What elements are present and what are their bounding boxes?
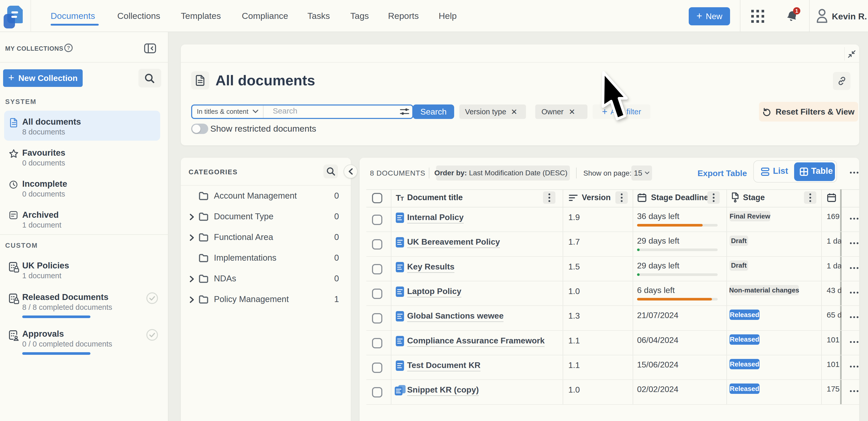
svg-text:?: ? bbox=[67, 45, 70, 51]
svg-text:T: T bbox=[396, 194, 401, 202]
svg-text:T: T bbox=[400, 196, 404, 202]
